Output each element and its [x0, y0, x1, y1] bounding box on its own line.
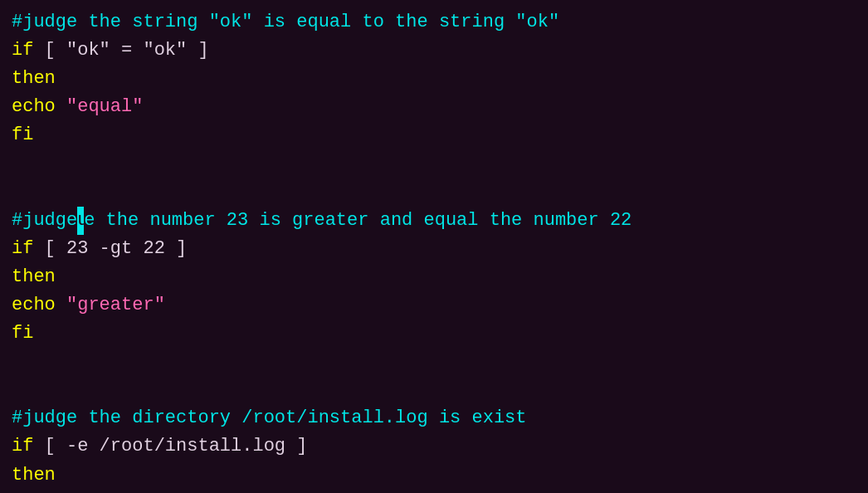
block1-fi-line: fi — [12, 121, 856, 149]
block1-comment: #judge the string "ok" is equal to the s… — [12, 12, 559, 32]
block2-if-rest: [ 23 -gt 22 ] — [33, 238, 187, 259]
block2-echo-string: "greater" — [56, 295, 165, 315]
block1-fi-keyword: fi — [12, 124, 33, 145]
block2-comment-post: e the number 23 is greater and equal the… — [84, 210, 631, 231]
block2-fi-line: fi — [12, 320, 856, 348]
block2-then-keyword: then — [12, 266, 56, 287]
block3-then-line: then — [12, 461, 856, 490]
block1-echo-line: echo "equal" — [12, 93, 856, 121]
block3-comment: #judge the directory /root/install.log i… — [12, 408, 527, 428]
block3-echo-line: echo "exist" — [12, 490, 856, 493]
block1-then-line: then — [12, 65, 856, 93]
empty-line-4 — [12, 376, 856, 404]
block1-if-rest: [ "ok" = "ok" ] — [33, 40, 208, 61]
block2-comment-line: #judgeue the number 23 is greater and eq… — [12, 207, 856, 235]
block3-comment-line: #judge the directory /root/install.log i… — [12, 404, 856, 432]
block3-if-keyword: if — [12, 436, 33, 456]
block1-echo-keyword: echo — [12, 96, 56, 117]
block2-then-line: then — [12, 263, 856, 291]
empty-line-3 — [12, 348, 856, 376]
block2-if-keyword: if — [12, 238, 33, 259]
block1-then-keyword: then — [12, 68, 56, 89]
block1-echo-string: "equal" — [56, 96, 144, 117]
empty-line-2 — [12, 178, 856, 207]
block3-if-line: if [ -e /root/install.log ] — [12, 432, 856, 461]
block3-if-rest: [ -e /root/install.log ] — [33, 436, 307, 456]
block1-if-line: if [ "ok" = "ok" ] — [12, 37, 856, 65]
block2-comment-pre: #judge — [12, 210, 77, 231]
block1-comment-line: #judge the string "ok" is equal to the s… — [12, 8, 856, 37]
block3-then-keyword: then — [12, 465, 56, 486]
block2-echo-line: echo "greater" — [12, 291, 856, 320]
block1-if-keyword: if — [12, 40, 33, 61]
empty-line-1 — [12, 149, 856, 178]
block2-echo-keyword: echo — [12, 295, 56, 315]
block2-if-line: if [ 23 -gt 22 ] — [12, 235, 856, 263]
block2-fi-keyword: fi — [12, 323, 33, 344]
